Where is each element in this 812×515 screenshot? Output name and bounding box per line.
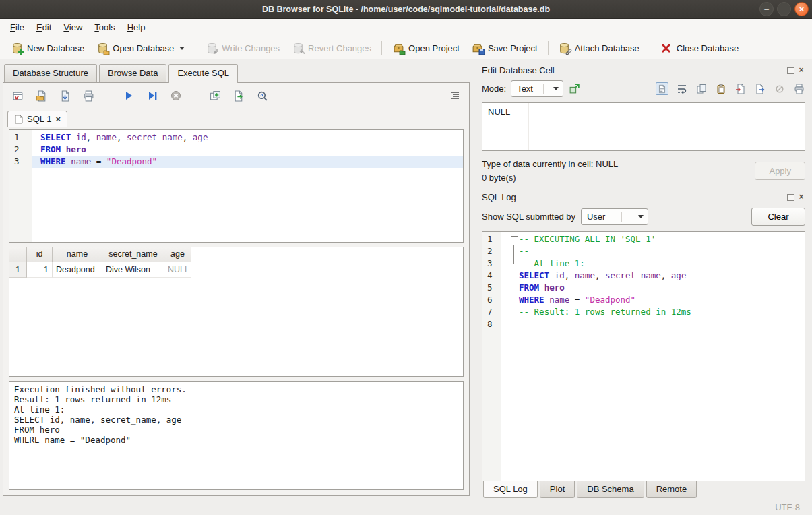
new-database-button[interactable]: New Database — [5, 39, 90, 57]
export-cell-icon[interactable] — [753, 82, 766, 95]
line-number: 7 — [482, 306, 501, 318]
print-sql-icon[interactable] — [82, 90, 95, 102]
line-number: 1 — [9, 131, 32, 144]
close-database-label: Close Database — [677, 43, 739, 53]
encoding-indicator[interactable]: UTF-8 — [775, 502, 800, 512]
open-database-label: Open Database — [113, 43, 174, 53]
tab-execute-sql[interactable]: Execute SQL — [168, 64, 238, 83]
row-number-cell[interactable]: 1 — [9, 262, 27, 278]
log-filter-select[interactable]: User — [581, 208, 648, 225]
close-dock-icon[interactable]: × — [797, 193, 805, 202]
code-line[interactable]: -- EXECUTING ALL IN 'SQL 1' — [501, 233, 805, 245]
line-number: 5 — [482, 282, 501, 294]
database-open-icon — [96, 42, 108, 54]
results-column-header[interactable]: name — [53, 247, 102, 262]
word-wrap-icon[interactable] — [675, 82, 688, 95]
minimize-button[interactable]: – — [759, 2, 774, 16]
code-line[interactable]: FROM hero — [501, 282, 805, 294]
copy-cell-icon[interactable] — [695, 82, 708, 95]
table-cell[interactable]: NULL — [164, 262, 191, 278]
code-line[interactable]: WHERE name = "Deadpond" — [32, 156, 463, 168]
close-dock-icon[interactable]: × — [797, 67, 805, 75]
print-cell-icon[interactable] — [792, 82, 805, 95]
code-line[interactable]: -- At line 1: — [501, 258, 805, 270]
table-cell[interactable]: 1 — [27, 262, 53, 278]
import-cell-icon[interactable] — [734, 82, 747, 95]
close-button[interactable]: × — [794, 2, 809, 16]
fold-spacer — [509, 282, 519, 294]
table-cell[interactable]: Dive Wilson — [102, 262, 164, 278]
tab-database-structure[interactable]: Database Structure — [4, 64, 97, 82]
tab-remote[interactable]: Remote — [646, 481, 697, 498]
editor-code-area[interactable]: SELECT id, name, secret_name, ageFROM he… — [32, 130, 463, 242]
database-close-icon — [660, 42, 673, 54]
attach-database-button[interactable]: Attach Database — [553, 39, 645, 57]
tab-db-schema[interactable]: DB Schema — [577, 481, 644, 498]
maximize-button[interactable] — [777, 2, 791, 16]
tab-plot[interactable]: Plot — [540, 481, 575, 498]
format-sql-icon[interactable] — [448, 90, 461, 102]
save-project-button[interactable]: Save Project — [466, 39, 543, 57]
sql-editor[interactable]: 123 SELECT id, name, secret_name, ageFRO… — [9, 129, 464, 243]
open-project-button[interactable]: Open Project — [387, 39, 465, 57]
results-corner-cell — [9, 247, 27, 262]
menu-file[interactable]: File — [4, 19, 30, 37]
revert-changes-label: Revert Changes — [308, 43, 371, 53]
mode-select[interactable]: Text — [511, 80, 563, 97]
menu-view[interactable]: View — [57, 19, 88, 37]
code-line[interactable]: SELECT id, name, secret_name, age — [501, 270, 805, 282]
paste-cell-icon[interactable] — [714, 82, 727, 95]
sql-doc-tab[interactable]: SQL 1 × — [7, 111, 67, 127]
float-dock-icon[interactable] — [787, 67, 794, 74]
table-row: 11DeadpondDive WilsonNULL — [9, 262, 463, 278]
code-line[interactable]: -- Result: 1 rows returned in 12ms — [501, 306, 805, 318]
minimize-icon: – — [764, 5, 769, 13]
close-database-button[interactable]: Close Database — [655, 39, 745, 57]
open-sql-file-icon[interactable] — [35, 90, 48, 102]
export-results-icon[interactable] — [232, 90, 245, 102]
import-data-icon[interactable] — [568, 82, 581, 95]
clear-log-button[interactable]: Clear — [751, 208, 805, 226]
code-line[interactable]: -- — [501, 245, 805, 258]
execute-all-icon[interactable] — [122, 90, 135, 102]
sql-doc-tab-bar: SQL 1 × — [3, 109, 469, 127]
log-line-numbers: 12345678 — [482, 232, 501, 481]
code-line[interactable]: WHERE name = "Deadpond" — [501, 294, 805, 306]
new-editor-window-icon[interactable] — [209, 90, 222, 102]
new-database-label: New Database — [27, 43, 84, 53]
window-controls: – × — [759, 2, 809, 16]
results-column-header[interactable]: id — [27, 247, 53, 262]
code-line[interactable] — [501, 318, 805, 330]
line-number: 3 — [482, 258, 501, 270]
tab-browse-data[interactable]: Browse Data — [99, 64, 166, 82]
save-sql-file-icon[interactable] — [59, 90, 71, 102]
float-dock-icon[interactable] — [787, 194, 794, 201]
table-cell[interactable]: Deadpond — [53, 262, 102, 278]
save-project-label: Save Project — [488, 43, 538, 53]
results-header: idnamesecret_nameage — [9, 247, 463, 262]
text-view-icon[interactable] — [656, 82, 668, 95]
results-column-header[interactable]: secret_name — [102, 247, 164, 262]
open-database-button[interactable]: Open Database — [91, 39, 190, 57]
titlebar: DB Browser for SQLite - /home/user/code/… — [0, 0, 812, 19]
sql-log-filter-row: Show SQL submitted by User Clear — [482, 208, 805, 226]
cell-value-editor[interactable]: NULL — [482, 102, 805, 151]
open-database-dropdown-icon[interactable] — [179, 47, 185, 50]
row-filler — [191, 262, 463, 278]
fold-spacer — [509, 270, 519, 282]
close-tab-icon[interactable]: × — [55, 115, 61, 123]
tab-sql-log[interactable]: SQL Log — [483, 481, 538, 498]
results-column-header[interactable]: age — [164, 247, 191, 262]
menu-help[interactable]: Help — [121, 19, 152, 37]
fold-marker-icon[interactable] — [509, 233, 519, 245]
code-line[interactable]: SELECT id, name, secret_name, age — [32, 131, 463, 144]
code-line[interactable]: FROM hero — [32, 144, 463, 156]
cell-type-info: Type of data currently in cell: NULL — [482, 159, 755, 169]
chevron-down-icon — [638, 215, 644, 218]
auto-complete-icon[interactable] — [256, 90, 269, 102]
open-sql-tab-icon[interactable] — [11, 90, 24, 102]
fold-spacer — [509, 318, 519, 330]
menu-tools[interactable]: Tools — [88, 19, 121, 37]
execute-current-line-icon[interactable] — [146, 90, 158, 102]
menu-edit[interactable]: Edit — [30, 19, 57, 37]
